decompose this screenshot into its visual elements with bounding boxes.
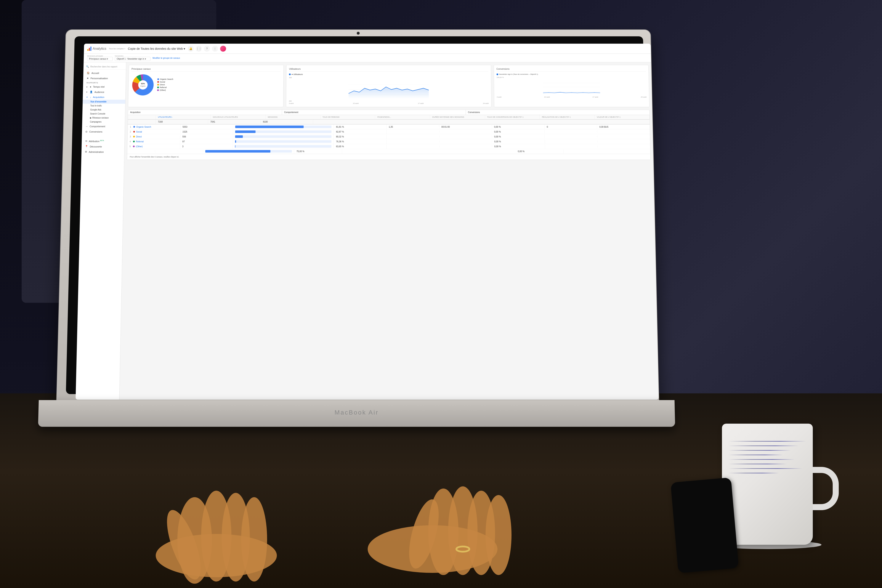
sidebar-sub-campagnes[interactable]: Campagnes [82, 120, 125, 124]
dashboard: Principaux canaux [124, 62, 653, 162]
clock-icon: ● [90, 86, 91, 88]
sidebar-sub-search-console[interactable]: Search Console [82, 112, 125, 116]
sidebar-item-temps-reel[interactable]: ▶ ● Temps réel [83, 84, 126, 89]
macbook-brand-label: MacBook Air [334, 409, 379, 416]
utilisateurs-3: 556 [180, 134, 233, 139]
table-section-headers: Acquisition Comportement Conversions [128, 110, 650, 115]
x-label-2: 10 août [353, 102, 358, 105]
conv-rate-6: 0,00 % [516, 149, 564, 153]
legend-direct: Direct [157, 84, 173, 86]
col-sessions: Sessions [266, 115, 321, 119]
main-layout: 🔍 Rechercher dans les rapport 🏠 Accueil … [75, 62, 658, 400]
organic-dot [157, 78, 159, 80]
mug-stripe [729, 468, 802, 469]
sidebar-sub-google-ads[interactable]: Google Ads [82, 108, 125, 112]
mug-stripe [729, 454, 783, 455]
sidebar-item-audience[interactable]: ▶ 👤 Audience [83, 89, 126, 94]
sidebar-label-temps-reel: Temps réel [93, 86, 105, 88]
table-row: 4 Referral 97 76,36 % [128, 139, 650, 144]
sidebar-sub-tout-trafic[interactable]: Tout le trafic [82, 104, 125, 108]
bar-bg-4 [235, 140, 332, 143]
organic-label: Organic Search [160, 78, 173, 80]
organic-channel-dot [133, 126, 135, 128]
y-label-200: 200 [289, 100, 489, 102]
utilisateurs-1: 5053 [180, 124, 233, 129]
pages-1: 1,35 [387, 124, 439, 129]
breadcrumb-text: Tous les comptes > [109, 48, 125, 50]
conv-x-2: 10 août [544, 96, 550, 98]
col-valeur: Valeur de l'objectif 1 [594, 115, 650, 119]
sidebar-item-admin[interactable]: ⚙ Administration [81, 149, 124, 154]
grid-btn[interactable]: ⋮⋮ [196, 46, 202, 51]
table-row: 1 Organic Search 5053 81,81 % [128, 124, 650, 129]
x-label-1: 3 août [289, 102, 294, 105]
sidebar: 🔍 Rechercher dans les rapport 🏠 Accueil … [75, 62, 126, 400]
rank-1: 1 [130, 126, 131, 128]
col-utilisateurs[interactable]: Utilisateurs ↑ [156, 115, 211, 119]
pin-icon: 📍 [85, 145, 88, 148]
rank-2: 2 [130, 130, 131, 133]
valeur-2 [597, 130, 650, 133]
sidebar-label-accueil: Accueil [92, 72, 99, 74]
conv-legend-dot [496, 73, 498, 75]
dimension-select[interactable]: Principaux canaux ▾ [87, 57, 112, 61]
table-row-6: 75,00 % 0,00 % [127, 149, 650, 154]
conversion-select[interactable]: Objectif 1 : Newsletter sign in ▾ [115, 57, 150, 61]
conv-rate-3: 0,00 % [492, 134, 545, 139]
referral-link[interactable]: Referral [136, 140, 144, 143]
taux-rebond-3: 80,32 % [334, 134, 387, 139]
sidebar-item-attribution[interactable]: ⟲ Attribution BETA [82, 139, 124, 144]
help-btn[interactable]: ? [204, 46, 210, 51]
logo-bar-3 [90, 46, 91, 51]
modify-groups-link[interactable]: Modifier le groupe de canaux [153, 57, 180, 59]
utilisateurs-line-svg [289, 79, 489, 100]
notification-btn[interactable]: 🔔 [188, 46, 194, 51]
conv-legend-item: Newsletter sign in (Taux de conversion –… [496, 73, 646, 75]
channel-cell-3: 3 Direct [128, 134, 180, 139]
conv-rate-4: 0,00 % [492, 139, 545, 144]
svg-text:Organic: Organic [140, 85, 146, 87]
sidebar-item-acquisition[interactable]: ▼ ↓ Acquisition [82, 94, 125, 99]
bar-bg-3 [235, 135, 332, 138]
other-label: (Other) [160, 89, 166, 91]
sidebar-label-audience: Audience [94, 91, 105, 93]
sidebar-sub-vue-ensemble[interactable]: Vue d'ensemble [82, 100, 125, 104]
col-duree: Durée moyenne des sessions [430, 115, 485, 119]
more-btn[interactable]: ⋮ [212, 46, 218, 51]
sidebar-item-decouverte[interactable]: 📍 Découverte [81, 144, 124, 149]
direct-channel-dot [133, 136, 135, 138]
topnav: Analytics Tous les comptes > Copie de To… [84, 44, 651, 54]
bar-cell-4 [233, 139, 334, 144]
sidebar-item-comportement[interactable]: → Comportement [82, 124, 125, 129]
conversions-chart-title: Conversions [496, 68, 646, 72]
col-utilisateurs-label: Utilisateurs [158, 116, 171, 118]
bar-fill-2 [235, 130, 255, 133]
arrow-right-icon: → [86, 125, 88, 128]
sidebar-search[interactable]: 🔍 Rechercher dans les rapport [84, 64, 126, 69]
table-footer: Pour afficher l'ensemble des 5 canaux, v… [127, 154, 651, 160]
duree-3 [439, 136, 492, 138]
social-link[interactable]: Social [136, 130, 142, 133]
x-label-4: 24 août [483, 102, 489, 105]
conversion-label-text: Conversion [115, 55, 150, 57]
target-icon: ◎ [86, 130, 88, 133]
pie-container: 63% Organic Organic Search [131, 73, 281, 96]
sidebar-sub-reseaux-sociaux[interactable]: ▶ Réseaux sociaux [82, 116, 125, 120]
direct-dot [157, 84, 159, 86]
utilisateurs-legend-label: ● Utilisateurs [291, 73, 303, 75]
user-avatar[interactable] [220, 46, 226, 51]
organic-link[interactable]: Organic Search [136, 126, 151, 128]
utilisateurs-2: 1525 [180, 129, 233, 134]
social-label: Social [160, 81, 165, 83]
sidebar-item-perso[interactable]: ★ Personnalisation [83, 76, 126, 81]
conv-x-4: 24 août [641, 96, 646, 98]
page-title[interactable]: Copie de Toutes les données du site Web … [128, 47, 185, 50]
dashboard-content: Principaux canaux [119, 62, 658, 400]
audience-icon: 👤 [90, 91, 93, 93]
objectif-3 [545, 136, 598, 138]
sidebar-item-conversions[interactable]: ◎ Conversions [82, 129, 125, 134]
sidebar-item-accueil[interactable]: 🏠 Accueil [83, 70, 126, 75]
conv-x-3: 17 août [592, 96, 598, 98]
other-link[interactable]: (Other) [136, 146, 143, 148]
direct-link[interactable]: Direct [136, 135, 142, 138]
